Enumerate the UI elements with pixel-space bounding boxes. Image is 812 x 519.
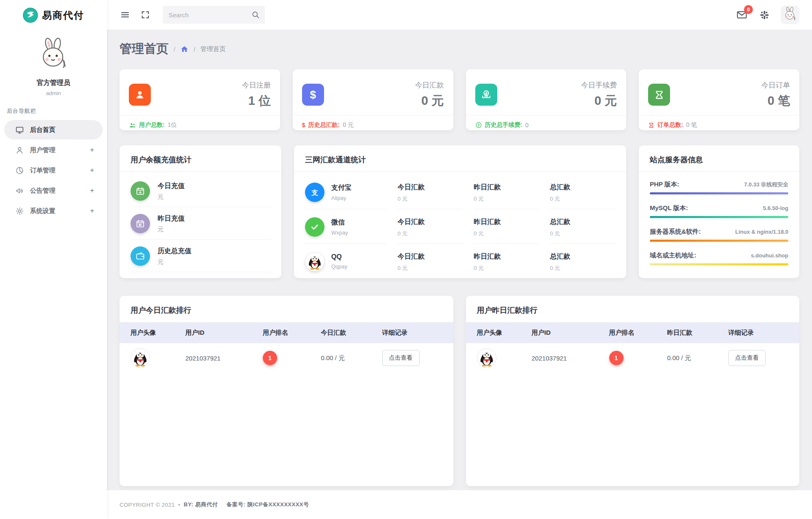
channel-stat-value: 0 元 — [550, 195, 615, 203]
hamburger-menu-icon[interactable] — [120, 9, 131, 20]
profile-block: 官方管理员 admin — [0, 36, 107, 96]
rank-table-today: 用户今日汇款排行 用户头像 用户ID 用户排名 今日汇款 详细记录 202103… — [120, 296, 453, 486]
view-details-button[interactable]: 点击查看 — [728, 350, 766, 366]
rank-badge: 1 — [263, 351, 277, 365]
channel-row-alipay: 支 支付宝 Alipay 今日汇款0 元 昨日汇款0 元 总汇款0 元 — [305, 175, 615, 209]
speaker-icon — [15, 186, 24, 195]
stat-footer-label: 订单总数: — [657, 121, 683, 129]
footer-dot: • — [178, 502, 180, 508]
stat-footer-value: 0 — [525, 122, 529, 128]
channel-stat-label: 今日汇款 — [398, 252, 463, 261]
channel-stat-value: 0 元 — [550, 265, 615, 272]
channel-stat-label: 总汇款 — [550, 218, 615, 227]
user-avatar — [34, 36, 73, 75]
table-row: 2021037921 1 0.00 / 元 点击查看 — [120, 343, 453, 373]
channel-row-qq: QQ Qqpay 今日汇款0 元 昨日汇款0 元 总汇款0 元 — [305, 244, 615, 278]
sidebar-item-settings[interactable]: 系统设置 + — [4, 201, 103, 221]
search-icon[interactable] — [251, 11, 260, 19]
expand-plus-icon[interactable]: + — [90, 146, 94, 154]
mail-button[interactable]: 0 — [736, 9, 748, 21]
server-label: 服务器系统&软件: — [650, 228, 701, 236]
card-title: 站点服务器信息 — [650, 156, 703, 164]
expand-plus-icon[interactable]: + — [90, 186, 94, 195]
svg-text:今: 今 — [138, 191, 142, 194]
expand-plus-icon[interactable]: + — [90, 207, 94, 215]
stat-card-registrations: 今日注册 1 位 用户总数: 1位 — [120, 69, 280, 130]
recharge-value: 元 — [158, 258, 191, 266]
server-row-mysql: MySQL 版本: 5.6.50-log — [650, 204, 788, 218]
brand[interactable]: 易商代付 — [0, 0, 107, 30]
fullscreen-icon[interactable] — [140, 9, 151, 20]
view-details-button[interactable]: 点击查看 — [382, 350, 420, 366]
apps-icon[interactable] — [759, 9, 770, 20]
recharge-value: 元 — [158, 193, 185, 201]
dollar-small-icon: $ — [302, 122, 305, 128]
channels-card: 三网汇款通道统计 支 支付宝 Alipay — [294, 145, 626, 278]
server-label: MySQL 版本: — [650, 204, 688, 212]
column-header: 用户排名 — [263, 329, 321, 337]
calendar-yesterday-icon: 昨 — [131, 214, 150, 233]
breadcrumb-current: 管理首页 — [200, 45, 226, 53]
calendar-today-icon: 今 — [131, 181, 150, 201]
sidebar-item-label: 系统设置 — [30, 207, 84, 215]
stat-footer-label: 历史总手续费: — [485, 121, 523, 129]
column-header: 用户排名 — [609, 329, 667, 337]
server-info-card: 站点服务器信息 PHP 版本: 7.0.33 非线程安全 MySQL 版本: — [639, 145, 799, 278]
card-title: 三网汇款通道统计 — [305, 156, 366, 164]
footer-by: BY: 易商代付 — [184, 501, 218, 508]
recharge-row-total: 历史总充值 元 — [131, 240, 270, 272]
sidebar-item-users[interactable]: 用户管理 + — [4, 140, 103, 160]
hourglass-icon — [648, 84, 670, 106]
table-row: 2021037921 1 0.00 / 元 点击查看 — [466, 343, 800, 373]
table-header: 用户头像 用户ID 用户排名 昨日汇款 详细记录 — [466, 322, 800, 343]
sidebar-item-label: 公告管理 — [30, 187, 84, 195]
brand-logo-icon — [23, 8, 38, 23]
home-icon[interactable] — [180, 45, 188, 53]
stat-title: 今日手续费 — [497, 80, 617, 90]
stat-footer-value: 0 笔 — [686, 121, 697, 129]
users-group-icon — [129, 122, 136, 129]
copyright-text: COPYRIGHT © 2021 — [120, 502, 175, 508]
channel-sub: Wxpay — [331, 229, 348, 236]
column-header: 用户头像 — [477, 329, 532, 337]
server-value: 7.0.33 非线程安全 — [744, 181, 788, 188]
recharge-label: 历史总充值 — [158, 247, 191, 256]
recharge-value: 元 — [158, 226, 185, 233]
sidebar-item-announcements[interactable]: 公告管理 + — [4, 181, 103, 200]
server-row-os: 服务器系统&软件: Linux & nginx/1.18.0 — [650, 228, 788, 242]
channel-stat-label: 昨日汇款 — [474, 183, 539, 192]
rank-tables-row: 用户今日汇款排行 用户头像 用户ID 用户排名 今日汇款 详细记录 202103… — [120, 296, 799, 486]
table-header: 用户头像 用户ID 用户排名 今日汇款 详细记录 — [120, 322, 453, 343]
server-value: s.douhui.shop — [751, 252, 788, 259]
sidebar-item-label: 订单管理 — [30, 167, 84, 175]
topbar-avatar[interactable] — [781, 5, 799, 24]
qq-icon — [305, 252, 324, 271]
profile-username: admin — [0, 90, 107, 96]
stat-value: 1 位 — [151, 93, 271, 109]
stat-card-remittance: $ 今日汇款 0 元 $ 历史总汇款: 0 元 — [293, 69, 453, 130]
breadcrumb-separator: / — [193, 46, 195, 53]
server-label: PHP 版本: — [650, 180, 679, 188]
expand-plus-icon[interactable]: + — [90, 166, 94, 175]
stat-value: 0 元 — [324, 93, 444, 109]
recharge-label: 昨日充值 — [158, 214, 185, 223]
column-header: 详细记录 — [382, 329, 453, 337]
breadcrumb: 管理首页 / / 管理首页 — [120, 41, 799, 57]
progress-bar — [650, 263, 788, 265]
profile-display-name: 官方管理员 — [0, 79, 107, 87]
page-footer: COPYRIGHT © 2021 • BY: 易商代付 备案号: 陕ICP备XX… — [107, 490, 812, 519]
progress-bar — [650, 192, 788, 194]
stat-title: 今日汇款 — [324, 80, 444, 90]
search-input[interactable] — [163, 6, 265, 24]
channel-stat-value: 0 元 — [550, 230, 615, 238]
gear-icon — [15, 207, 24, 216]
channel-sub: Qqpay — [331, 263, 347, 270]
topbar-actions: 0 — [736, 5, 799, 24]
wallet-icon — [131, 246, 150, 266]
stat-card-orders: 今日订单 0 笔 订单总数: 0 笔 — [639, 69, 799, 130]
money-deposit-icon — [475, 84, 497, 106]
sidebar-item-orders[interactable]: 订单管理 + — [4, 161, 103, 180]
hourglass-small-icon — [648, 122, 654, 128]
sidebar-item-dashboard[interactable]: 后台首页 — [4, 120, 103, 139]
recharge-row-today: 今 今日充值 元 — [131, 175, 270, 207]
